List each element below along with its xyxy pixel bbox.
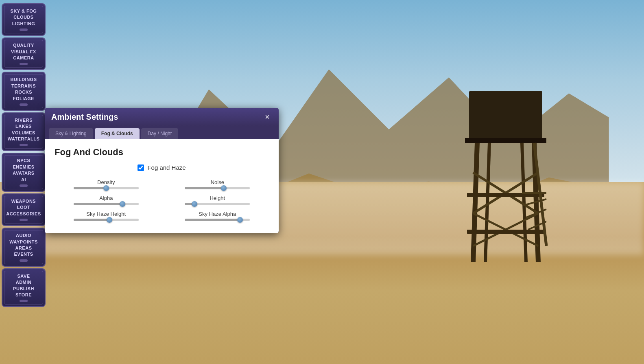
tab-day-night[interactable]: Day / Night bbox=[141, 128, 178, 139]
btn-icon bbox=[20, 259, 28, 262]
sky-haze-height-fill bbox=[74, 219, 109, 221]
sidebar-item-weapons[interactable]: WEAPONS LOOT ACCESSORIES bbox=[2, 193, 46, 226]
fog-haze-row: Fog and Haze bbox=[55, 164, 269, 171]
sky-haze-alpha-track[interactable] bbox=[185, 219, 250, 221]
modal-body: Fog And Clouds Fog and Haze Density Nois… bbox=[45, 139, 279, 233]
sidebar-item-rivers[interactable]: RIVERS LAKES VOLUMES WATERFALLS bbox=[2, 112, 46, 151]
svg-rect-5 bbox=[465, 138, 546, 143]
fog-haze-checkbox[interactable] bbox=[138, 164, 144, 171]
alpha-thumb[interactable] bbox=[120, 201, 125, 207]
sidebar-item-buildings[interactable]: BUILDINGS TERRAINS ROCKS FOLIAGE bbox=[2, 72, 46, 111]
noise-fill bbox=[185, 187, 224, 189]
sidebar-item-save[interactable]: SAVE ADMIN PUBLISH STORE bbox=[2, 268, 46, 307]
btn-icon bbox=[20, 144, 28, 146]
modal-title: Ambient Settings bbox=[51, 112, 118, 122]
svg-rect-15 bbox=[467, 230, 544, 234]
modal-close-button[interactable]: × bbox=[262, 112, 272, 122]
density-thumb[interactable] bbox=[103, 185, 109, 191]
sky-haze-height-thumb[interactable] bbox=[107, 217, 112, 223]
height-label: Height bbox=[210, 195, 225, 201]
noise-track[interactable] bbox=[185, 187, 250, 189]
height-track[interactable] bbox=[185, 203, 250, 205]
noise-slider-group: Noise bbox=[166, 179, 269, 189]
sidebar: SKY & FOG CLOUDS LIGHTING QUALITY VISUAL… bbox=[0, 0, 47, 364]
fog-haze-label: Fog and Haze bbox=[147, 164, 186, 171]
sky-haze-alpha-fill bbox=[185, 219, 240, 221]
svg-rect-4 bbox=[469, 91, 542, 140]
density-track[interactable] bbox=[74, 187, 139, 189]
tab-sky-lighting[interactable]: Sky & Lighting bbox=[49, 128, 93, 139]
watchtower bbox=[457, 91, 554, 262]
density-fill bbox=[74, 187, 106, 189]
sky-haze-alpha-slider-group: Sky Haze Alpha bbox=[166, 211, 269, 221]
tab-fog-clouds[interactable]: Fog & Clouds bbox=[95, 128, 140, 139]
sidebar-item-quality[interactable]: QUALITY VISUAL FX CAMERA bbox=[2, 37, 46, 70]
alpha-slider-group: Alpha bbox=[55, 195, 158, 205]
sky-haze-height-slider-group: Sky Haze Height bbox=[55, 211, 158, 221]
alpha-label: Alpha bbox=[99, 195, 113, 201]
density-label: Density bbox=[97, 179, 115, 185]
sidebar-item-audio[interactable]: AUDIO WAYPOINTS AREAS EVENTS bbox=[2, 228, 46, 267]
sidebar-item-sky-fog[interactable]: SKY & FOG CLOUDS LIGHTING bbox=[2, 3, 46, 36]
sidebar-item-npcs[interactable]: NPCS ENEMIES AVATARS AI bbox=[2, 153, 46, 192]
section-title: Fog And Clouds bbox=[55, 147, 269, 158]
btn-icon bbox=[20, 63, 28, 65]
modal-container: Ambient Settings × Sky & Lighting Fog & … bbox=[45, 108, 279, 233]
btn-icon bbox=[20, 300, 28, 302]
noise-thumb[interactable] bbox=[221, 185, 227, 191]
height-thumb[interactable] bbox=[192, 201, 197, 207]
alpha-fill bbox=[74, 203, 122, 205]
modal-header: Ambient Settings × bbox=[45, 108, 279, 126]
btn-icon bbox=[20, 184, 28, 187]
sky-haze-height-label: Sky Haze Height bbox=[86, 211, 126, 217]
noise-label: Noise bbox=[211, 179, 224, 185]
ambient-settings-modal: Ambient Settings × Sky & Lighting Fog & … bbox=[45, 108, 279, 233]
sliders-grid: Density Noise Alpha bbox=[55, 179, 269, 221]
sky-haze-alpha-label: Sky Haze Alpha bbox=[199, 211, 236, 217]
height-slider-group: Height bbox=[166, 195, 269, 205]
btn-icon bbox=[20, 219, 28, 221]
density-slider-group: Density bbox=[55, 179, 158, 189]
alpha-track[interactable] bbox=[74, 203, 139, 205]
btn-icon bbox=[20, 103, 28, 106]
modal-tabs: Sky & Lighting Fog & Clouds Day / Night bbox=[45, 126, 279, 139]
sky-haze-height-track[interactable] bbox=[74, 219, 139, 221]
sky-haze-alpha-thumb[interactable] bbox=[237, 217, 243, 223]
btn-icon bbox=[20, 29, 28, 31]
